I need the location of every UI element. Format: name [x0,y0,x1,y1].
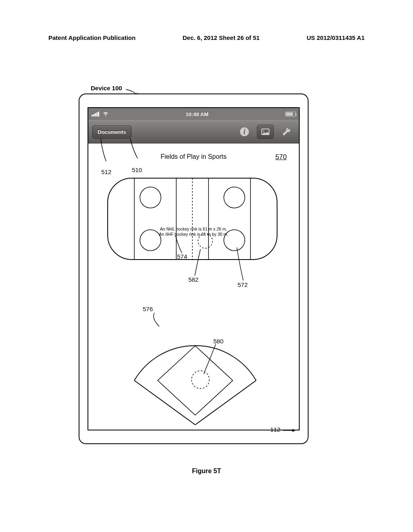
svg-text:i: i [243,128,245,136]
device-frame: 10:48 AM Documents i Fields of Play in S… [79,94,309,444]
reference-580: 580 [213,338,223,345]
device-screen: 10:48 AM Documents i Fields of Play in S… [88,107,300,430]
leader-icon [234,246,262,285]
wifi-icon [102,110,109,118]
svg-point-10 [140,187,161,208]
wrench-icon[interactable] [278,125,295,139]
reference-582: 582 [188,276,198,283]
reference-574: 574 [177,253,187,260]
baseball-field-graphic [125,305,266,426]
header-left: Patent Application Publication [48,34,136,41]
image-icon[interactable] [257,125,274,139]
svg-point-11 [224,187,245,208]
reference-112: 112 [270,426,280,433]
figure-label: Figure 5T [0,468,413,475]
leader-icon [200,343,225,379]
header-right: US 2012/0311435 A1 [307,34,365,41]
status-time: 10:48 AM [186,111,209,117]
reference-510: 510 [132,166,142,173]
document-canvas[interactable]: Fields of Play in Sports 570 512 510 [88,144,299,430]
device-label: Device 100 [91,85,122,91]
leader-icon [283,427,302,434]
svg-point-12 [140,230,161,251]
reference-570: 570 [275,153,287,161]
leader-icon [88,136,169,177]
page-header: Patent Application Publication Dec. 6, 2… [48,34,365,41]
status-bar: 10:48 AM [88,108,299,120]
leader-icon [192,247,208,279]
info-icon[interactable]: i [236,125,253,139]
header-center: Dec. 6, 2012 Sheet 26 of 51 [183,34,260,41]
document-title: Fields of Play in Sports [161,153,227,160]
reference-512: 512 [101,168,111,175]
signal-icon [92,112,99,116]
battery-icon [285,112,296,116]
svg-point-3 [263,130,264,131]
reference-572: 572 [238,281,248,288]
